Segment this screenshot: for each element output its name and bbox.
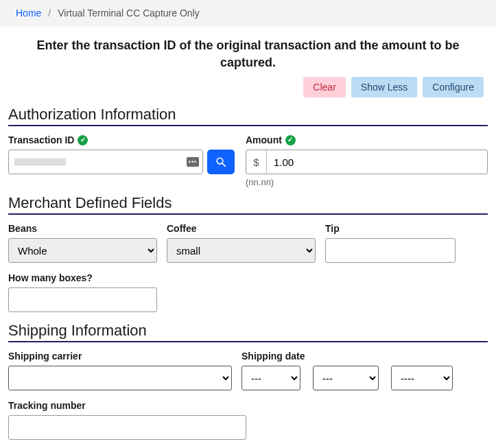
field-amount: Amount ✓ $ (nn.nn) <box>246 134 488 187</box>
section-title-shipping: Shipping Information <box>8 322 488 342</box>
coffee-label: Coffee <box>167 223 316 234</box>
boxes-input[interactable] <box>8 287 157 312</box>
currency-symbol: $ <box>246 150 267 174</box>
shipping-carrier-select[interactable] <box>8 366 232 390</box>
section-merchant: Merchant Defined Fields Beans Whole Coff… <box>8 194 488 312</box>
shipping-date-mm-select[interactable]: --- <box>241 366 300 390</box>
check-icon: ✓ <box>78 135 88 145</box>
tip-label: Tip <box>325 223 456 234</box>
shipping-date-dd-select[interactable]: --- <box>313 366 379 390</box>
shipping-date-yyyy-select[interactable]: ---- <box>391 366 453 390</box>
field-beans: Beans Whole <box>8 223 157 263</box>
field-tracking-number: Tracking number <box>8 400 246 440</box>
configure-button[interactable]: Configure <box>423 77 484 97</box>
section-title-merchant: Merchant Defined Fields <box>8 194 488 215</box>
field-coffee: Coffee small <box>167 223 316 263</box>
search-button[interactable] <box>207 150 235 174</box>
clear-button[interactable]: Clear <box>303 77 345 97</box>
section-auth: Authorization Information Transaction ID… <box>8 106 488 187</box>
coffee-select[interactable]: small <box>167 238 316 263</box>
shipping-date-label: Shipping date <box>241 351 488 362</box>
beans-label: Beans <box>8 223 157 234</box>
tracking-number-label: Tracking number <box>8 400 246 411</box>
check-icon: ✓ <box>285 135 296 145</box>
search-icon <box>215 156 228 169</box>
field-shipping-date: Shipping date --- --- ---- <box>241 351 488 390</box>
field-shipping-carrier: Shipping carrier <box>8 351 232 390</box>
field-boxes: How many boxes? <box>8 272 157 312</box>
amount-hint: (nn.nn) <box>246 177 488 187</box>
tip-input[interactable] <box>325 238 456 263</box>
page-instruction: Enter the transaction ID of the original… <box>15 37 482 71</box>
tracking-number-input[interactable] <box>8 415 246 440</box>
boxes-label: How many boxes? <box>8 272 157 283</box>
section-shipping: Shipping Information Shipping carrier Sh… <box>8 322 488 440</box>
section-title-auth: Authorization Information <box>8 106 488 126</box>
amount-label: Amount <box>246 134 282 145</box>
breadcrumb-separator: / <box>48 8 51 19</box>
transaction-id-input[interactable] <box>8 150 203 174</box>
breadcrumb-current: Virtual Terminal CC Capture Only <box>58 8 199 19</box>
ellipsis-icon[interactable]: ••• <box>187 157 199 167</box>
actions-row: Clear Show Less Configure <box>8 77 484 97</box>
show-less-button[interactable]: Show Less <box>351 77 417 97</box>
field-transaction-id: Transaction ID ✓ ••• <box>8 134 235 174</box>
beans-select[interactable]: Whole <box>8 238 157 263</box>
shipping-carrier-label: Shipping carrier <box>8 351 232 362</box>
breadcrumb-home[interactable]: Home <box>16 8 41 19</box>
field-tip: Tip <box>325 223 456 263</box>
breadcrumb: Home / Virtual Terminal CC Capture Only <box>0 0 496 26</box>
amount-input[interactable] <box>246 150 488 174</box>
transaction-id-label: Transaction ID <box>8 134 74 145</box>
